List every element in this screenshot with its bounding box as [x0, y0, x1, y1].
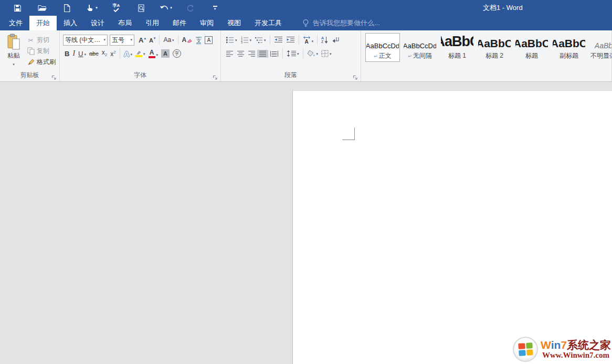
font-group: 等线 (中文正文 ▾ 五号 ▾ A▴ A▾ Aa ▾: [60, 30, 221, 81]
line-spacing-button[interactable]: ▾: [285, 49, 301, 58]
italic-button[interactable]: I: [71, 49, 77, 58]
paragraph-row-1: ▾ 123 ▾ ▾: [221, 34, 361, 46]
style-title[interactable]: AaBbC标题: [514, 33, 549, 62]
tab-file[interactable]: 文件: [2, 16, 29, 30]
undo-icon: [159, 4, 168, 12]
paste-button[interactable]: 粘贴 ▾: [3, 34, 24, 72]
tab-design[interactable]: 设计: [84, 16, 111, 30]
document-page[interactable]: [292, 90, 612, 364]
character-scaling-button[interactable]: A ▾: [301, 35, 315, 45]
save-button[interactable]: [5, 0, 30, 16]
customize-qat-icon: ▾: [213, 6, 217, 10]
paint-bucket-icon: [307, 50, 315, 57]
font-size-select[interactable]: 五号 ▾: [110, 35, 134, 46]
style-subtitle[interactable]: AaBbC副标题: [552, 33, 586, 62]
show-hide-marks-button[interactable]: [330, 36, 341, 44]
style-normal[interactable]: AaBbCcDd↵正文: [365, 33, 400, 62]
open-button[interactable]: [30, 0, 55, 16]
align-center-button[interactable]: [235, 50, 246, 58]
tab-insert[interactable]: 插入: [57, 16, 84, 30]
increase-indent-button[interactable]: [284, 36, 297, 44]
style-label: 副标题: [560, 51, 578, 60]
copy-icon: [26, 47, 35, 55]
decrease-indent-button[interactable]: [272, 36, 284, 44]
tab-developer[interactable]: 开发工具: [248, 16, 289, 30]
font-row-1: 等线 (中文正文 ▾ 五号 ▾ A▴ A▾ Aa ▾: [60, 34, 220, 46]
tab-label: 开发工具: [255, 18, 282, 28]
paragraph-return-mark: ↵: [374, 53, 378, 59]
tab-layout[interactable]: 布局: [111, 16, 139, 30]
dropdown-arrow-icon: ▾: [143, 52, 145, 56]
justify-button[interactable]: [257, 50, 268, 58]
style-no-spacing[interactable]: AaBbCcDd↵无间隔: [403, 33, 437, 62]
text-highlight-button[interactable]: ▾: [134, 50, 147, 58]
subscript-button[interactable]: x2: [100, 49, 109, 58]
style-sample-text: AaBbC: [553, 34, 585, 50]
winwin7-watermark: Win7系统之家 Www.Winwin7.com: [513, 337, 611, 362]
new-document-button[interactable]: [55, 0, 79, 16]
tab-label: 文件: [9, 18, 23, 28]
bullets-button[interactable]: ▾: [224, 36, 239, 44]
style-heading-2[interactable]: AaBbC标题 2: [477, 33, 512, 62]
style-heading-1[interactable]: AaBbC标题 1: [440, 33, 474, 62]
phonetic-guide-icon: wén文: [196, 36, 202, 44]
clear-formatting-button[interactable]: A: [181, 36, 195, 44]
character-border-button[interactable]: A: [203, 36, 214, 45]
enclose-characters-button[interactable]: 字: [171, 49, 183, 58]
tab-review[interactable]: 审阅: [193, 16, 220, 30]
print-preview-button[interactable]: [129, 0, 153, 16]
borders-button[interactable]: ▾: [320, 49, 333, 58]
font-name-select[interactable]: 等线 (中文正文 ▾: [63, 35, 108, 46]
justify-icon: [259, 50, 267, 57]
text-effects-button[interactable]: A ▾: [122, 49, 134, 58]
change-case-button[interactable]: Aa ▾: [162, 36, 175, 44]
quick-access-toolbar: ▾字A▾▾: [0, 0, 227, 16]
clipboard-dialog-launcher[interactable]: [51, 73, 58, 79]
underline-button[interactable]: U ▾: [77, 49, 88, 58]
separator: [299, 35, 299, 45]
style-subtle-emphasis[interactable]: AaBbC不明显强调: [589, 33, 611, 62]
tab-references[interactable]: 引用: [139, 16, 166, 30]
sort-button[interactable]: A Z: [320, 36, 330, 45]
tab-home[interactable]: 开始: [29, 16, 57, 30]
copy-button[interactable]: 复制: [26, 46, 56, 57]
touch-mouse-mode-button[interactable]: ▾: [79, 0, 104, 16]
customize-qat-button[interactable]: ▾: [203, 0, 227, 16]
cut-button[interactable]: ✂ 剪切: [26, 35, 56, 46]
tab-label: 设计: [91, 18, 104, 28]
dropdown-arrow-icon: ▾: [13, 62, 15, 67]
phonetic-guide-button[interactable]: wén文: [194, 35, 203, 45]
clipboard-buttons: ✂ 剪切 复制 格式刷: [26, 35, 56, 68]
font-color-button[interactable]: A ▾: [147, 49, 160, 59]
window-title: 文档1 - Word: [483, 0, 523, 16]
tell-me-box[interactable]: 告诉我您想要做什么...: [302, 16, 380, 30]
font-dialog-launcher[interactable]: [213, 73, 219, 79]
undo-button[interactable]: ▾: [153, 0, 178, 16]
tab-view[interactable]: 视图: [220, 16, 248, 30]
word-application-window: ▾字A▾▾ 文档1 - Word 文件开始插入设计布局引用邮件审阅视图开发工具 …: [0, 0, 612, 364]
distribute-button[interactable]: [268, 50, 280, 58]
tab-label: 插入: [64, 18, 77, 28]
tab-mailings[interactable]: 邮件: [166, 16, 193, 30]
separator: [317, 35, 318, 45]
numbering-button[interactable]: 123 ▾: [239, 36, 254, 44]
align-left-button[interactable]: [224, 50, 235, 58]
format-painter-button[interactable]: 格式刷: [26, 57, 56, 68]
watermark-brand-part: W: [541, 339, 551, 351]
title-bar: ▾字A▾▾ 文档1 - Word: [0, 0, 612, 16]
shrink-font-button[interactable]: A▾: [147, 36, 157, 44]
strikethrough-button[interactable]: abc: [88, 50, 100, 57]
paragraph-dialog-launcher[interactable]: [353, 73, 359, 79]
multilevel-list-button[interactable]: ▾: [253, 36, 268, 44]
character-shading-button[interactable]: A: [160, 49, 171, 58]
lightbulb-icon: [302, 19, 309, 28]
dropdown-arrow-icon: ▾: [264, 38, 266, 42]
grow-font-button[interactable]: A▴: [137, 36, 147, 44]
bold-button[interactable]: B: [63, 49, 71, 58]
superscript-button[interactable]: x2: [109, 50, 117, 58]
paragraph-group: ▾ 123 ▾ ▾: [221, 30, 361, 81]
spelling-grammar-button[interactable]: 字A: [104, 0, 129, 16]
dropdown-arrow-icon: ▾: [96, 6, 98, 10]
shading-button[interactable]: ▾: [305, 49, 320, 58]
align-right-button[interactable]: [246, 50, 257, 58]
